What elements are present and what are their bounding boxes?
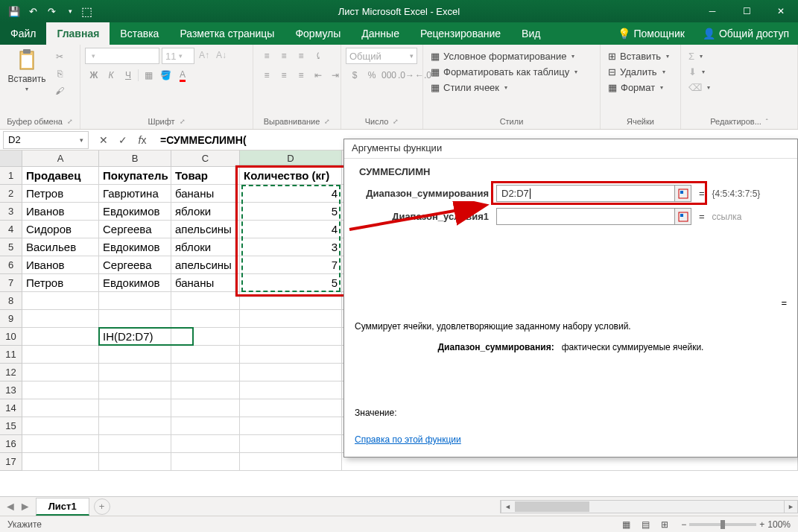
row-header[interactable]: 16 bbox=[0, 435, 22, 453]
sheet-nav-next-icon[interactable]: ► bbox=[19, 500, 31, 513]
col-header-a[interactable]: A bbox=[22, 151, 99, 166]
cell[interactable] bbox=[22, 346, 99, 364]
align-middle-icon[interactable]: ≡ bbox=[276, 48, 291, 63]
scroll-right-icon[interactable]: ► bbox=[784, 501, 797, 513]
cell[interactable] bbox=[99, 417, 171, 435]
cell-styles-button[interactable]: ▦Стили ячеек▾ bbox=[428, 80, 510, 95]
cell[interactable] bbox=[99, 435, 171, 453]
row-header[interactable]: 11 bbox=[0, 346, 22, 364]
cell[interactable] bbox=[22, 310, 99, 328]
arg2-input[interactable] bbox=[496, 208, 675, 225]
tab-insert[interactable]: Вставка bbox=[110, 22, 169, 45]
cell[interactable] bbox=[99, 453, 171, 471]
cell[interactable] bbox=[22, 364, 99, 381]
scrollbar-thumb[interactable] bbox=[515, 501, 589, 512]
indent-dec-icon[interactable]: ⇤ bbox=[311, 68, 326, 83]
cancel-formula-button[interactable]: ✕ bbox=[95, 132, 113, 148]
cell[interactable] bbox=[171, 346, 240, 364]
undo-icon[interactable]: ↶ bbox=[25, 3, 41, 19]
maximize-button[interactable]: ☐ bbox=[729, 0, 764, 22]
cell[interactable] bbox=[240, 346, 342, 364]
cell[interactable]: Гаврютина bbox=[99, 185, 171, 203]
align-left-icon[interactable]: ≡ bbox=[259, 68, 274, 83]
cell[interactable]: Васильев bbox=[22, 238, 99, 256]
view-page-layout-icon[interactable]: ▤ bbox=[636, 518, 654, 531]
cell[interactable] bbox=[171, 364, 240, 381]
launcher-icon[interactable]: ⤢ bbox=[67, 118, 73, 125]
row-header[interactable]: 14 bbox=[0, 399, 22, 417]
delete-cells-button[interactable]: ⊟Удалить▾ bbox=[605, 65, 668, 79]
col-header-d[interactable]: D bbox=[240, 151, 342, 166]
format-cells-button[interactable]: ▦Формат▾ bbox=[605, 80, 666, 95]
row-header[interactable]: 2 bbox=[0, 185, 22, 203]
select-all-corner[interactable] bbox=[0, 151, 22, 166]
sheet-tab[interactable]: Лист1 bbox=[36, 498, 89, 516]
cell[interactable]: Петров bbox=[22, 185, 99, 203]
launcher-icon[interactable]: ⤢ bbox=[180, 118, 186, 125]
cell[interactable]: Товар bbox=[171, 167, 240, 185]
minimize-button[interactable]: ─ bbox=[695, 0, 729, 22]
row-header[interactable]: 6 bbox=[0, 256, 22, 274]
cell[interactable]: апельсины bbox=[171, 221, 240, 238]
indent-inc-icon[interactable]: ⇥ bbox=[328, 68, 343, 83]
fx-button[interactable]: fx bbox=[133, 132, 151, 148]
cell[interactable] bbox=[99, 346, 171, 364]
currency-icon[interactable]: $ bbox=[347, 68, 362, 83]
row-header[interactable]: 17 bbox=[0, 453, 22, 471]
percent-icon[interactable]: % bbox=[364, 68, 379, 83]
cell[interactable]: Иванов bbox=[22, 203, 99, 221]
conditional-formatting-button[interactable]: ▦Условное форматирование▾ bbox=[428, 49, 577, 63]
zoom-out-icon[interactable]: − bbox=[681, 519, 686, 530]
cell[interactable] bbox=[22, 328, 99, 346]
cell[interactable] bbox=[240, 364, 342, 381]
row-header[interactable]: 1 bbox=[0, 167, 22, 185]
grow-font-icon[interactable]: A↑ bbox=[197, 48, 212, 63]
launcher-icon[interactable]: ⤢ bbox=[324, 118, 330, 125]
cell[interactable] bbox=[240, 381, 342, 399]
tab-formulas[interactable]: Формулы bbox=[285, 22, 351, 45]
cut-icon[interactable]: ✂ bbox=[52, 49, 67, 64]
border-icon[interactable]: ▦ bbox=[141, 68, 156, 83]
paste-button[interactable]: Вставить ▾ bbox=[4, 48, 49, 92]
tab-file[interactable]: Файл bbox=[0, 22, 46, 45]
cell[interactable]: яблоки bbox=[171, 203, 240, 221]
copy-icon[interactable]: ⎘ bbox=[52, 66, 67, 81]
range-select-icon[interactable] bbox=[675, 208, 691, 225]
cell[interactable] bbox=[22, 435, 99, 453]
row-header[interactable]: 4 bbox=[0, 221, 22, 238]
cell[interactable] bbox=[22, 399, 99, 417]
qat-customize-icon[interactable]: ▾ bbox=[62, 3, 78, 19]
sheet-nav-prev-icon[interactable]: ◄ bbox=[4, 500, 16, 513]
row-header[interactable]: 8 bbox=[0, 292, 22, 310]
bold-button[interactable]: Ж bbox=[86, 68, 101, 83]
clear-button[interactable]: ⌫▾ bbox=[685, 80, 713, 95]
cell[interactable]: Продавец bbox=[22, 167, 99, 185]
save-icon[interactable]: 💾 bbox=[6, 3, 22, 19]
fill-button[interactable]: ⬇▾ bbox=[685, 65, 708, 79]
format-as-table-button[interactable]: ▦Форматировать как таблицу▾ bbox=[428, 65, 580, 79]
font-size-combo[interactable]: 11▾ bbox=[162, 48, 194, 64]
dialog-help-link[interactable]: Справка по этой функции bbox=[355, 434, 461, 445]
col-header-b[interactable]: B bbox=[99, 151, 171, 166]
fill-color-icon[interactable]: 🪣 bbox=[158, 68, 173, 83]
cell[interactable] bbox=[99, 364, 171, 381]
cell[interactable] bbox=[22, 453, 99, 471]
tab-data[interactable]: Данные bbox=[351, 22, 410, 45]
insert-cells-button[interactable]: ⊞Вставить▾ bbox=[605, 49, 672, 63]
tab-home[interactable]: Главная bbox=[46, 22, 110, 45]
name-box[interactable]: D2▾ bbox=[3, 131, 89, 149]
row-header[interactable]: 5 bbox=[0, 238, 22, 256]
row-header[interactable]: 10 bbox=[0, 328, 22, 346]
cell[interactable] bbox=[99, 292, 171, 310]
scroll-left-icon[interactable]: ◄ bbox=[501, 501, 514, 513]
cell[interactable]: яблоки bbox=[171, 238, 240, 256]
italic-button[interactable]: К bbox=[104, 68, 118, 83]
cell[interactable] bbox=[171, 310, 240, 328]
share-button[interactable]: 👤Общий доступ bbox=[694, 22, 798, 45]
align-right-icon[interactable]: ≡ bbox=[294, 68, 308, 83]
cell[interactable]: Иванов bbox=[22, 256, 99, 274]
number-format-combo[interactable]: Общий▾ bbox=[346, 48, 417, 64]
new-sheet-button[interactable]: + bbox=[94, 498, 110, 515]
cell[interactable] bbox=[240, 328, 342, 346]
tab-review[interactable]: Рецензирование bbox=[410, 22, 511, 45]
